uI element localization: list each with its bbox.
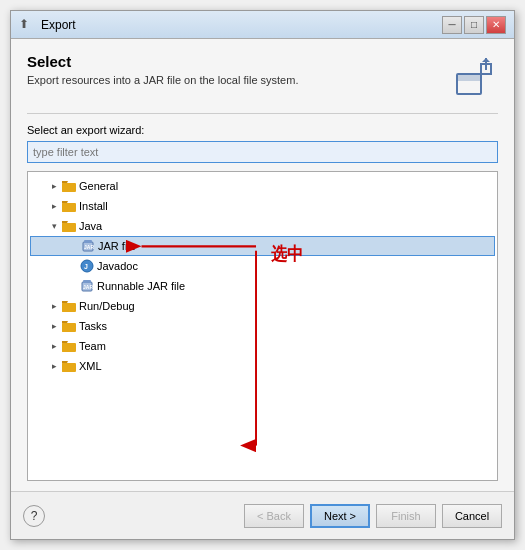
svg-text:JAR: JAR <box>84 244 94 250</box>
tree-item-label: Run/Debug <box>79 300 135 312</box>
tree-arrow-install <box>48 200 60 212</box>
svg-rect-20 <box>83 280 91 283</box>
folder-icon <box>62 219 76 233</box>
svg-rect-26 <box>62 323 68 332</box>
folder-icon <box>62 179 76 193</box>
tree-arrow-run-debug <box>48 300 60 312</box>
cancel-button[interactable]: Cancel <box>442 504 502 528</box>
tree-item-install[interactable]: Install <box>30 196 495 216</box>
svg-rect-23 <box>62 303 68 312</box>
svg-rect-15 <box>84 240 92 243</box>
tree-item-label: Tasks <box>79 320 107 332</box>
dialog-footer: ? < Back Next > Finish Cancel <box>11 491 514 539</box>
svg-marker-24 <box>62 301 68 303</box>
tree-item-label: Install <box>79 200 108 212</box>
back-button[interactable]: < Back <box>244 504 304 528</box>
filter-input[interactable] <box>27 141 498 163</box>
svg-rect-9 <box>62 203 68 212</box>
svg-marker-7 <box>62 181 68 183</box>
folder-icon <box>62 359 76 373</box>
jar-icon: JAR <box>81 239 95 253</box>
tree-arrow-team <box>48 340 60 352</box>
header-divider <box>27 113 498 114</box>
close-button[interactable]: ✕ <box>486 16 506 34</box>
tree-arrow-tasks <box>48 320 60 332</box>
folder-icon <box>62 339 76 353</box>
svg-marker-4 <box>482 58 490 62</box>
tree-item-runnable-jar[interactable]: JARRunnable JAR file <box>30 276 495 296</box>
tree-item-label: Team <box>79 340 106 352</box>
filter-label: Select an export wizard: <box>27 124 498 136</box>
javadoc-icon: J <box>80 259 94 273</box>
tree-item-general[interactable]: General <box>30 176 495 196</box>
svg-marker-13 <box>62 221 68 223</box>
dialog-content: Select Export resources into a JAR file … <box>11 39 514 491</box>
tree-arrow-general <box>48 180 60 192</box>
svg-rect-1 <box>457 74 481 81</box>
tree-item-label: Javadoc <box>97 260 138 272</box>
tree-item-xml[interactable]: XML <box>30 356 495 376</box>
tree-item-label: XML <box>79 360 102 372</box>
page-description: Export resources into a JAR file on the … <box>27 74 440 86</box>
tree-item-java[interactable]: Java <box>30 216 495 236</box>
tree-item-javadoc[interactable]: JJavadoc <box>30 256 495 276</box>
svg-marker-33 <box>62 361 68 363</box>
title-bar: ⬆ Export ─ □ ✕ <box>11 11 514 39</box>
tree-item-label: JAR file <box>98 240 136 252</box>
svg-rect-29 <box>62 343 68 352</box>
svg-text:JAR: JAR <box>83 284 93 290</box>
window-icon: ⬆ <box>19 17 35 33</box>
tree-item-team[interactable]: Team <box>30 336 495 356</box>
next-button[interactable]: Next > <box>310 504 370 528</box>
tree-item-tasks[interactable]: Tasks <box>30 316 495 336</box>
folder-icon <box>62 199 76 213</box>
svg-rect-32 <box>62 363 68 372</box>
svg-rect-6 <box>62 183 68 192</box>
folder-icon <box>62 319 76 333</box>
tree-container: GeneralInstallJavaJARJAR fileJJavadocJAR… <box>27 171 498 481</box>
tree-arrow-java <box>48 220 60 232</box>
tree-item-label: Runnable JAR file <box>97 280 185 292</box>
header-text: Select Export resources into a JAR file … <box>27 53 440 86</box>
page-title: Select <box>27 53 440 70</box>
svg-marker-27 <box>62 321 68 323</box>
svg-text:J: J <box>84 263 88 270</box>
window-title: Export <box>41 18 442 32</box>
minimize-button[interactable]: ─ <box>442 16 462 34</box>
folder-icon <box>62 299 76 313</box>
header-section: Select Export resources into a JAR file … <box>27 53 498 101</box>
tree-item-label: General <box>79 180 118 192</box>
tree-item-label: Java <box>79 220 102 232</box>
tree-arrow-xml <box>48 360 60 372</box>
svg-rect-12 <box>62 223 68 232</box>
export-icon <box>450 53 498 101</box>
finish-button[interactable]: Finish <box>376 504 436 528</box>
export-window: ⬆ Export ─ □ ✕ Select Export resources i… <box>10 10 515 540</box>
window-controls: ─ □ ✕ <box>442 16 506 34</box>
maximize-button[interactable]: □ <box>464 16 484 34</box>
tree-item-run-debug[interactable]: Run/Debug <box>30 296 495 316</box>
tree-item-jar-file[interactable]: JARJAR file <box>30 236 495 256</box>
svg-marker-10 <box>62 201 68 203</box>
help-button[interactable]: ? <box>23 505 45 527</box>
svg-marker-30 <box>62 341 68 343</box>
jar-icon: JAR <box>80 279 94 293</box>
